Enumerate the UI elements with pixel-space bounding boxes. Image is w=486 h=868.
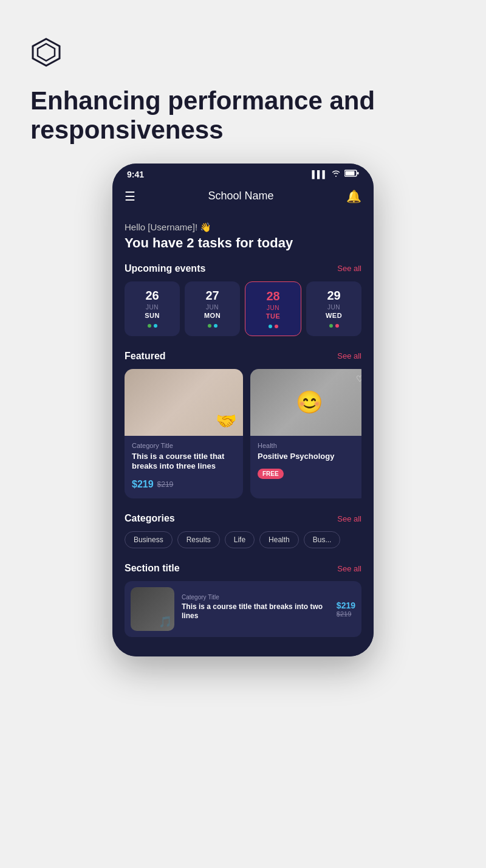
status-time: 9:41 [127,170,144,179]
svg-rect-2 [357,172,359,174]
calendar-row: 26 JUN SUN 27 JUN MON [125,281,361,336]
section-see-all[interactable]: See all [337,564,361,573]
main-content: Hello [Username]! 👋 You have 2 tasks for… [112,212,374,657]
bell-icon[interactable]: 🔔 [346,189,361,204]
upcoming-events-see-all[interactable]: See all [337,264,361,273]
cal-day-29[interactable]: 29 JUN WED [306,281,361,336]
featured-img-1 [125,369,243,436]
featured-row: Category Title This is a course title th… [125,369,361,499]
cat-chip-business[interactable]: Business [125,531,173,548]
page-title: Enhancing performance and responsiveness [30,86,456,145]
heart-icon: ♡ [356,374,361,384]
feat-price-2: FREE [258,469,361,479]
featured-info-2: Health Positive Psychology FREE [250,436,361,488]
cal-dots-27 [208,324,217,328]
categories-see-all[interactable]: See all [337,514,361,523]
list-price-row-1: $219 $219 [337,601,355,618]
phone-mockup: 9:41 ▌▌▌ [112,164,374,657]
list-price-old-1: $219 [337,610,355,618]
list-price-main-1: $219 [337,601,355,610]
featured-see-all[interactable]: See all [337,351,361,360]
dot-green [208,324,211,328]
free-badge: FREE [258,469,284,479]
nav-title: School Name [208,190,273,202]
list-item-1[interactable]: Category Title This is a course title th… [125,581,361,637]
featured-header: Featured See all [125,351,361,362]
dot-teal [154,324,157,328]
list-title-1: This is a course title that breaks into … [182,602,329,621]
cat-chip-bus[interactable]: Bus... [304,531,341,548]
featured-img-2: ♡ [250,369,361,436]
dot-teal [269,325,272,328]
categories-row: Business Results Life Health Bus... [125,531,361,548]
menu-icon[interactable]: ☰ [125,189,135,204]
categories-label: Categories [125,513,175,524]
list-category-1: Category Title [182,594,329,601]
cat-chip-results[interactable]: Results [177,531,220,548]
cal-dots-28 [269,325,278,328]
featured-info-1: Category Title This is a course title th… [125,436,243,499]
feat-title-1: This is a course title that breaks into … [132,452,236,472]
cat-chip-life[interactable]: Life [225,531,255,548]
cal-day-28[interactable]: 28 JUN TUE [245,281,301,336]
list-info-1: Category Title This is a course title th… [182,594,329,625]
dot-teal [214,324,217,328]
upcoming-events-label: Upcoming events [125,263,205,274]
greeting-text: Hello [Username]! 👋 [125,222,361,233]
cat-chip-health[interactable]: Health [259,531,299,548]
status-bar: 9:41 ▌▌▌ [112,164,374,183]
upcoming-events-header: Upcoming events See all [125,263,361,274]
price-old-1: $219 [157,480,174,489]
cal-day-26[interactable]: 26 JUN SUN [125,281,180,336]
wifi-icon [331,170,341,179]
feat-category-2: Health [258,442,361,449]
svg-rect-1 [346,171,355,176]
section-title-header: Section title See all [125,563,361,574]
status-icons: ▌▌▌ [312,170,359,179]
tasks-title: You have 2 tasks for today [125,235,361,251]
phone-wrapper: 9:41 ▌▌▌ [0,164,486,657]
dot-green [329,324,333,328]
logo-icon [30,36,62,68]
section-list: Category Title This is a course title th… [125,581,361,637]
list-thumb-1 [131,587,174,631]
page-header: Enhancing performance and responsiveness [0,24,486,164]
battery-icon [344,170,359,179]
price-main-1: $219 [132,479,154,490]
section-label: Section title [125,563,180,574]
feat-category-1: Category Title [132,442,236,449]
cal-dots-29 [329,324,339,328]
page-container: Enhancing performance and responsiveness… [0,24,486,656]
feat-price-1: $219 $219 [132,479,236,490]
featured-label: Featured [125,351,166,362]
cal-dots-26 [148,324,157,328]
categories-header: Categories See all [125,513,361,524]
dot-green [148,324,151,328]
featured-card-1[interactable]: Category Title This is a course title th… [125,369,243,499]
feat-title-2: Positive Psychology [258,452,361,462]
cal-day-27[interactable]: 27 JUN MON [185,281,240,336]
dot-red [275,325,278,328]
dot-red [335,324,339,328]
nav-bar: ☰ School Name 🔔 [112,183,374,212]
featured-card-2[interactable]: ♡ Health Positive Psychology FREE [250,369,361,499]
signal-icon: ▌▌▌ [312,170,327,179]
